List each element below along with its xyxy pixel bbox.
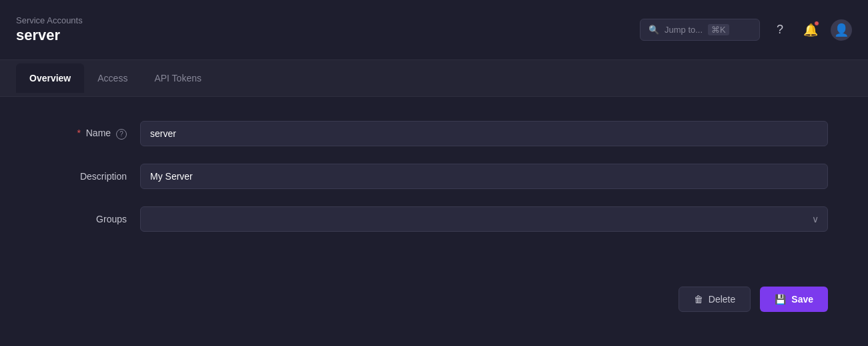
question-icon: ? [777,23,783,37]
description-input[interactable] [140,164,828,189]
delete-button[interactable]: 🗑 Delete [679,287,751,312]
header-left: Service Accounts server [16,15,83,44]
keyboard-shortcut: ⌘K [708,24,729,35]
save-icon: 💾 [775,294,786,305]
breadcrumb: Service Accounts [16,15,83,25]
name-help-icon[interactable]: ? [116,129,127,140]
help-button[interactable]: ? [769,19,791,41]
notification-badge [814,21,819,26]
search-box[interactable]: 🔍 Jump to... ⌘K [640,19,760,41]
search-icon: 🔍 [648,25,659,35]
user-icon: 👤 [834,23,849,37]
footer-actions: 🗑 Delete 💾 Save [0,273,868,325]
user-avatar[interactable]: 👤 [831,19,852,41]
name-row: * Name ? [40,121,828,146]
groups-select[interactable] [140,206,828,232]
notifications-button[interactable]: 🔔 [800,19,821,41]
page-title: server [16,27,83,44]
page-header: Service Accounts server 🔍 Jump to... ⌘K … [0,0,868,60]
groups-select-wrapper: ∨ [140,206,828,232]
trash-icon: 🗑 [694,294,703,305]
header-right: 🔍 Jump to... ⌘K ? 🔔 👤 [640,19,852,41]
save-button[interactable]: 💾 Save [760,287,828,312]
groups-label: Groups [40,214,140,224]
name-input[interactable] [140,121,828,146]
groups-row: Groups ∨ [40,206,828,232]
form-content: * Name ? Description Groups ∨ [0,97,868,273]
description-label: Description [40,171,140,182]
tab-access[interactable]: Access [84,63,141,93]
search-placeholder: Jump to... [665,25,703,35]
name-label: * Name ? [40,128,140,140]
description-row: Description [40,164,828,189]
tab-overview[interactable]: Overview [16,63,84,93]
tabs-bar: Overview Access API Tokens [0,60,868,97]
tab-api-tokens[interactable]: API Tokens [141,63,215,93]
required-indicator: * [77,128,80,138]
